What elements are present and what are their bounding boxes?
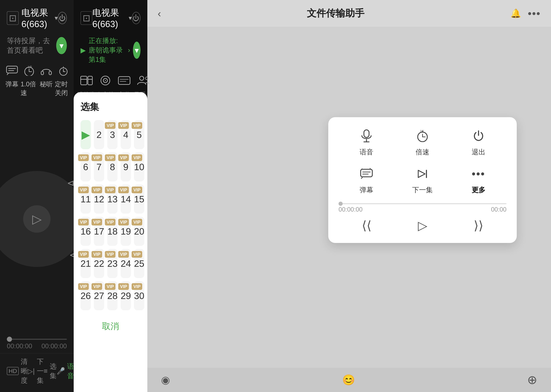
clarity-button[interactable]: HD 清晰度 bbox=[7, 357, 28, 385]
danmu-control[interactable]: 弹幕 bbox=[3, 64, 21, 97]
mid-power-button[interactable]: ⏻ bbox=[132, 12, 140, 24]
mini-more-item[interactable]: ••• 更多 bbox=[468, 165, 489, 195]
broadcast-icon[interactable]: ◉ bbox=[161, 374, 170, 386]
episode-item-12[interactable]: VIP12 bbox=[94, 184, 104, 214]
mini-play-button[interactable]: ▷ bbox=[418, 218, 427, 233]
play-button[interactable]: ▷ bbox=[23, 205, 50, 233]
screen-icon: ⊡ bbox=[7, 11, 19, 25]
svg-point-17 bbox=[105, 80, 106, 81]
green-action-button[interactable]: ▾ bbox=[56, 37, 67, 54]
voice-label: 语音 bbox=[67, 362, 74, 380]
episode-picker: 选集 ▶2VIP3VIP4VIP5VIP6VIP7VIP8VIP9VIP10VI… bbox=[74, 92, 147, 392]
progress-bar[interactable] bbox=[7, 339, 67, 340]
add-icon[interactable]: ⊕ bbox=[527, 373, 537, 387]
episode-item-22[interactable]: VIP22 bbox=[94, 249, 104, 278]
episode-item-7[interactable]: VIP7 bbox=[94, 152, 104, 182]
episode-item-24[interactable]: VIP24 bbox=[121, 249, 131, 278]
episode-item-28[interactable]: VIP28 bbox=[107, 281, 118, 310]
speed-icon: 1倍 bbox=[21, 64, 38, 77]
episode-grid: ▶2VIP3VIP4VIP5VIP6VIP7VIP8VIP9VIP10VIP11… bbox=[81, 120, 140, 310]
episode-item-16[interactable]: VIP16 bbox=[81, 217, 91, 246]
episode-item-5[interactable]: VIP5 bbox=[134, 120, 144, 149]
mid-green-button[interactable]: ▾ bbox=[133, 42, 140, 59]
mini-next-item[interactable]: 下一集 bbox=[412, 165, 433, 195]
vip-badge: VIP bbox=[105, 283, 115, 290]
mini-progress-bar[interactable] bbox=[339, 203, 506, 204]
speed-control[interactable]: 1倍 1.0倍速 bbox=[21, 64, 38, 97]
listen-control[interactable]: 秘听 bbox=[38, 64, 55, 97]
episode-number: 22 bbox=[94, 258, 104, 269]
episode-item-25[interactable]: VIP25 bbox=[134, 249, 144, 278]
episode-item-17[interactable]: VIP17 bbox=[94, 217, 104, 246]
episode-item-30[interactable]: VIP30 bbox=[134, 281, 144, 310]
svg-text:1倍: 1倍 bbox=[420, 130, 424, 132]
episode-picker-title: 选集 bbox=[81, 101, 140, 113]
mini-voice-item[interactable]: 语音 bbox=[356, 127, 377, 157]
bottom-bar: HD 清晰度 ▷| 下一集 ≡ 选集 🎤 语音 bbox=[0, 353, 74, 392]
vip-badge: VIP bbox=[105, 219, 115, 225]
episode-item-26[interactable]: VIP26 bbox=[81, 281, 91, 310]
episode-item-14[interactable]: VIP14 bbox=[121, 184, 131, 214]
mini-next-label: 下一集 bbox=[412, 185, 433, 195]
episode-number: 5 bbox=[137, 129, 142, 140]
controls-row: 弹幕 1倍 1.0倍速 秘听 bbox=[0, 59, 74, 99]
vip-badge: VIP bbox=[91, 251, 102, 258]
episode-item-23[interactable]: VIP23 bbox=[107, 249, 118, 278]
emoji-icon[interactable]: 😊 bbox=[342, 374, 355, 386]
watch-ta-icon bbox=[134, 73, 153, 88]
episode-item-27[interactable]: VIP27 bbox=[94, 281, 104, 310]
vip-badge: VIP bbox=[132, 219, 142, 225]
episode-item-29[interactable]: VIP29 bbox=[121, 281, 131, 310]
mini-exit-item[interactable]: 退出 bbox=[468, 127, 489, 157]
now-playing-chevron[interactable]: › bbox=[128, 46, 130, 54]
back-icon[interactable]: ‹ bbox=[158, 7, 161, 19]
more-icon[interactable]: ••• bbox=[528, 7, 541, 19]
mid-screen-icon: ⊡ bbox=[81, 11, 92, 25]
episode-number: 18 bbox=[107, 226, 118, 237]
episode-item-2[interactable]: 2 bbox=[94, 120, 104, 149]
episode-item-4[interactable]: VIP4 bbox=[121, 120, 131, 149]
svg-rect-11 bbox=[81, 76, 87, 85]
episode-number: 30 bbox=[134, 290, 144, 301]
next-episode-button[interactable]: ▷| 下一集 bbox=[28, 357, 43, 385]
voice-button[interactable]: 🎤 语音 bbox=[56, 357, 74, 385]
right-panel: ‹ 文件传输助手 🔔 ••• bbox=[147, 0, 551, 392]
episode-label: 选集 bbox=[50, 362, 56, 380]
vip-badge: VIP bbox=[91, 187, 102, 193]
mini-danmu-item[interactable]: 弹幕 bbox=[356, 165, 377, 195]
episode-item-21[interactable]: VIP21 bbox=[81, 249, 91, 278]
vip-badge: VIP bbox=[91, 219, 102, 225]
vip-badge: VIP bbox=[132, 251, 142, 258]
chevron-down-icon: ▾ bbox=[59, 41, 63, 50]
episode-item-11[interactable]: VIP11 bbox=[81, 184, 91, 214]
vip-badge: VIP bbox=[78, 283, 89, 290]
episode-item-8[interactable]: VIP8 bbox=[107, 152, 118, 182]
chevron-icon[interactable]: ▾ bbox=[55, 14, 58, 21]
episode-item-15[interactable]: VIP15 bbox=[134, 184, 144, 214]
status-text: 等待投屏，去首页看看吧 bbox=[7, 36, 56, 55]
mini-more-label: 更多 bbox=[472, 185, 485, 195]
power-button[interactable]: ⏻ bbox=[58, 12, 67, 24]
mini-forward-button[interactable]: ⟩⟩ bbox=[474, 218, 483, 233]
episode-item-20[interactable]: VIP20 bbox=[134, 217, 144, 246]
episode-item-6[interactable]: VIP6 bbox=[81, 152, 91, 182]
episode-item-9[interactable]: VIP9 bbox=[121, 152, 131, 182]
episode-number: 7 bbox=[97, 161, 102, 172]
episode-item-1[interactable]: ▶ bbox=[81, 120, 91, 149]
timer-control[interactable]: 定时关闭 bbox=[55, 64, 72, 97]
mid-title: 电视果6(663) ▾ bbox=[92, 7, 132, 29]
player-area: ▷ ⟨⟨ ⟩⟩ ⊲+ ⊲- bbox=[0, 164, 85, 274]
svg-rect-23 bbox=[364, 130, 369, 137]
mini-speed-item[interactable]: 1倍 倍速 bbox=[412, 127, 433, 157]
episode-item-13[interactable]: VIP13 bbox=[107, 184, 118, 214]
main-player: ▷ ⟨⟨ ⟩⟩ ⊲+ ⊲- bbox=[0, 106, 74, 332]
episode-item-10[interactable]: VIP10 bbox=[134, 152, 144, 182]
episode-item-19[interactable]: VIP19 bbox=[121, 217, 131, 246]
mini-rewind-button[interactable]: ⟨⟨ bbox=[362, 218, 371, 233]
episode-list-button[interactable]: ≡ 选集 bbox=[44, 357, 56, 385]
episode-item-18[interactable]: VIP18 bbox=[107, 217, 118, 246]
mid-chevron-icon[interactable]: ▾ bbox=[129, 14, 132, 21]
episode-number: 26 bbox=[81, 290, 91, 301]
cancel-button[interactable]: 取消 bbox=[81, 317, 140, 336]
episode-item-3[interactable]: VIP3 bbox=[107, 120, 118, 149]
